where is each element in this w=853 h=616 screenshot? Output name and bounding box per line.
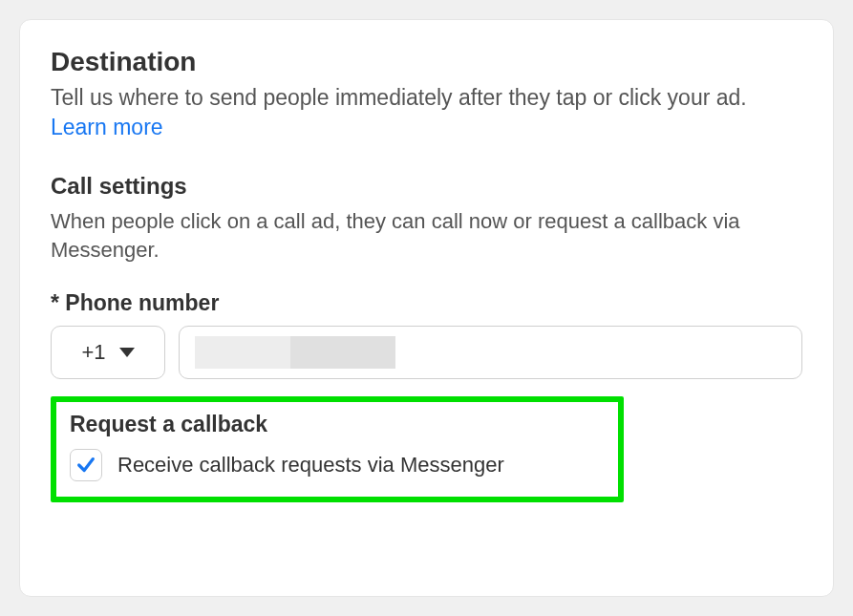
destination-card: Destination Tell us where to send people… (19, 19, 834, 597)
destination-description-text: Tell us where to send people immediately… (51, 85, 747, 110)
request-callback-highlight: Request a callback Receive callback requ… (51, 396, 624, 502)
checkmark-icon (75, 455, 96, 476)
phone-number-row: +1 (51, 326, 802, 379)
phone-redacted-placeholder (195, 336, 395, 369)
phone-number-input[interactable] (179, 326, 802, 379)
chevron-down-icon (119, 348, 135, 357)
phone-number-label: * Phone number (51, 290, 802, 316)
learn-more-link[interactable]: Learn more (51, 115, 163, 139)
destination-title: Destination (51, 47, 802, 77)
request-callback-title: Request a callback (70, 412, 605, 437)
country-code-value: +1 (81, 340, 105, 365)
destination-description: Tell us where to send people immediately… (51, 83, 802, 142)
callback-checkbox-label: Receive callback requests via Messenger (117, 453, 504, 478)
call-settings-description: When people click on a call ad, they can… (51, 207, 802, 264)
callback-checkbox[interactable] (70, 449, 102, 481)
callback-checkbox-row: Receive callback requests via Messenger (70, 449, 605, 481)
call-settings-title: Call settings (51, 173, 802, 200)
country-code-select[interactable]: +1 (51, 326, 165, 379)
